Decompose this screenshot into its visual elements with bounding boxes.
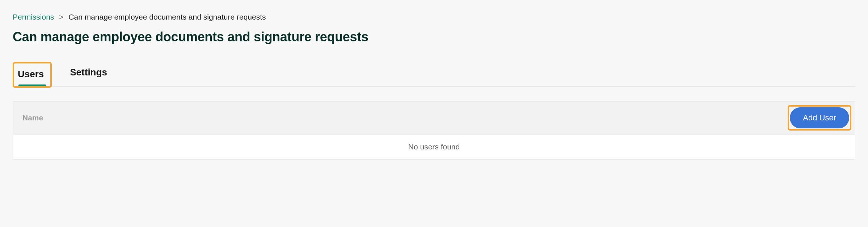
add-user-button[interactable]: Add User	[790, 107, 849, 128]
breadcrumb: Permissions > Can manage employee docume…	[13, 13, 855, 21]
breadcrumb-root-link[interactable]: Permissions	[13, 13, 54, 21]
empty-state-message: No users found	[13, 135, 855, 159]
add-user-highlight: Add User	[788, 105, 851, 131]
breadcrumb-current: Can manage employee documents and signat…	[68, 13, 266, 21]
tab-users[interactable]: Users	[14, 63, 50, 86]
table-header: Name Add User	[13, 102, 855, 135]
breadcrumb-separator: >	[59, 13, 63, 21]
tab-users-highlight: Users	[13, 62, 52, 88]
tab-settings-label: Settings	[70, 67, 107, 78]
tab-settings[interactable]: Settings	[68, 62, 109, 86]
tab-active-underline	[18, 84, 46, 86]
tabs: Users Settings	[13, 62, 855, 87]
tab-users-label: Users	[18, 69, 44, 79]
page-title: Can manage employee documents and signat…	[13, 29, 855, 45]
users-table: Name Add User No users found	[13, 101, 855, 160]
column-header-name: Name	[22, 114, 43, 122]
